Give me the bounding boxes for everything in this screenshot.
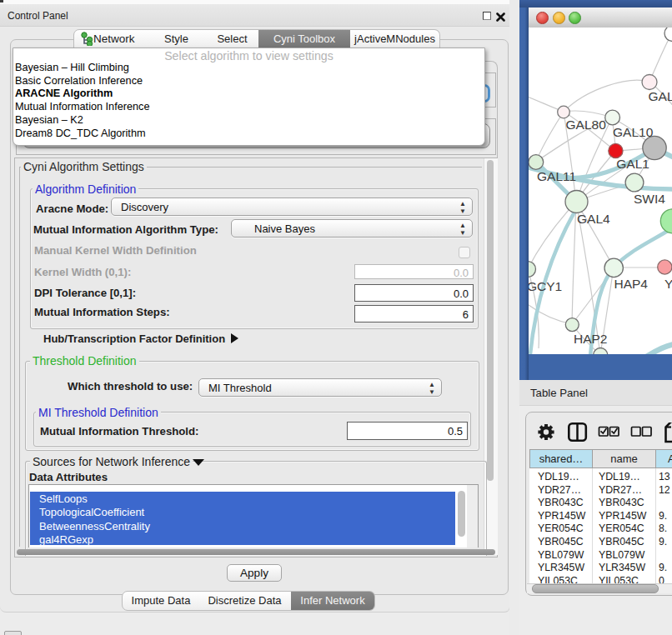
svg-text:GCY1: GCY1 bbox=[529, 279, 562, 293]
svg-text:SWI4: SWI4 bbox=[634, 192, 665, 206]
svg-text:HAP2: HAP2 bbox=[574, 332, 608, 346]
svg-text:Y: Y bbox=[664, 277, 672, 291]
svg-text:GAL4: GAL4 bbox=[577, 212, 610, 226]
svg-text:GAL80: GAL80 bbox=[566, 118, 607, 132]
svg-text:GAL11: GAL11 bbox=[537, 169, 576, 183]
svg-text:GAL10: GAL10 bbox=[613, 125, 654, 139]
svg-text:GAL1: GAL1 bbox=[616, 157, 649, 171]
svg-text:GAL: GAL bbox=[649, 89, 672, 103]
svg-text:HAP4: HAP4 bbox=[614, 277, 649, 291]
